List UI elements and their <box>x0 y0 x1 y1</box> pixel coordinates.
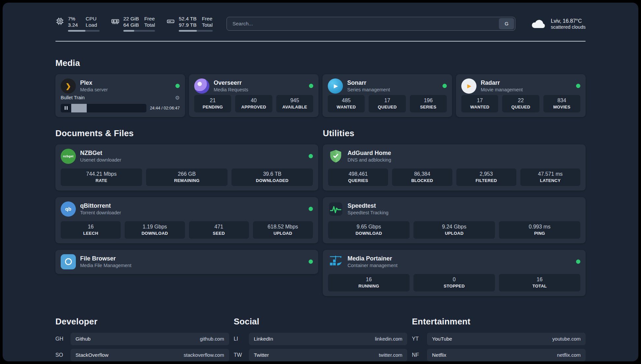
memory-progress-track <box>123 30 155 32</box>
bookmark-stackoverflow[interactable]: StackOverflow stackoverflow.com <box>71 349 229 361</box>
weather-widget: Lviv, 16.87°C scattered clouds <box>531 18 586 30</box>
disk-total-value: 97.9 TB <box>179 22 197 28</box>
app-card-adguard[interactable]: AdGuard Home DNS and adblocking 498,461 … <box>323 144 586 191</box>
cpu-widget: 7% CPU 3.24 Load <box>55 16 100 32</box>
app-name: Radarr <box>481 79 523 87</box>
nzbget-logo-text: nzbget <box>63 154 74 158</box>
memory-free-label: Free <box>144 16 155 22</box>
stat-remaining: 266 GB REMAINING <box>146 168 228 186</box>
app-name: Media Portainer <box>348 255 398 262</box>
stat-queued: 17 QUEUED <box>369 95 406 112</box>
bookmark-abbr: GH <box>55 336 71 342</box>
stat-queries: 498,461 QUERIES <box>328 168 388 186</box>
section-developer: Developer GH Github github.com SO StackO… <box>55 317 229 361</box>
stat-value: 9.24 Gbps <box>415 224 493 230</box>
bookmark-name: LinkedIn <box>254 336 273 342</box>
bookmark-name: Netflix <box>432 352 446 358</box>
app-card-speedtest[interactable]: Speedtest Speedtest Tracking 9.65 Gbps D… <box>323 197 586 243</box>
section-title-media: Media <box>55 58 586 68</box>
stat-series: 196 SERIES <box>410 95 447 112</box>
memory-icon <box>111 17 120 26</box>
stat-value: 39.6 TB <box>233 171 311 177</box>
stat-label: UPLOAD <box>255 231 311 236</box>
stat-label: QUERIES <box>330 178 386 183</box>
bookmark-twitter[interactable]: Twitter twitter.com <box>249 349 408 361</box>
sonarr-icon: ▶ <box>328 78 343 94</box>
stat-download: 1.19 Gbps DOWNLOAD <box>125 221 185 239</box>
play-glyph: ▶ <box>334 83 338 89</box>
bookmark-linkedin[interactable]: LinkedIn linkedin.com <box>249 333 408 345</box>
stat-blocked: 86,384 BLOCKED <box>392 168 452 186</box>
bookmark-youtube[interactable]: YouTube youtube.com <box>427 333 586 345</box>
app-name: Overseerr <box>214 79 248 87</box>
stat-label: MOVIES <box>545 105 578 109</box>
app-card-qbittorrent[interactable]: qb qBittorrent Torrent downloader 16 <box>55 197 318 243</box>
bookmark-abbr: TW <box>234 352 249 358</box>
adguard-shield-icon <box>328 149 343 164</box>
disk-progress-fill <box>179 30 197 32</box>
bookmark-row: YT YouTube youtube.com <box>412 333 586 345</box>
stat-label: TOTAL <box>501 284 578 288</box>
stat-label: AVAILABLE <box>278 105 311 109</box>
bookmark-url: youtube.com <box>552 336 581 342</box>
status-online-dot <box>576 84 580 88</box>
stat-rate: 744.21 Mbps RATE <box>61 168 142 186</box>
stat-value: 2,953 <box>458 171 514 177</box>
bookmark-github[interactable]: Github github.com <box>71 333 229 345</box>
app-card-overseerr[interactable]: Overseerr Media Requests 21 PENDING 40 A… <box>189 74 319 117</box>
app-name: Sonarr <box>347 79 390 87</box>
stat-label: PING <box>501 231 578 236</box>
app-card-filebrowser[interactable]: File Browser Media File Management <box>55 250 318 274</box>
portainer-crane-icon <box>328 254 343 269</box>
app-card-plex[interactable]: ❯ Plex Media server Bullet Train ⚙ <box>55 74 185 117</box>
stat-value: 485 <box>330 98 363 104</box>
stat-label: APPROVED <box>237 105 270 109</box>
stat-value: 16 <box>501 277 578 283</box>
seek-bar[interactable] <box>61 104 146 112</box>
cloud-icon <box>531 18 546 29</box>
stat-value: 471 <box>191 224 247 230</box>
section-title-social: Social <box>234 317 408 327</box>
disk-widget: 52.4 TB Free 97.9 TB Total <box>166 16 213 32</box>
bookmark-row: NF Netflix netflix.com <box>412 349 586 361</box>
app-subtitle: Container management <box>348 263 398 268</box>
stat-value: 1.19 Gbps <box>127 224 183 230</box>
stat-label: QUEUED <box>371 105 404 109</box>
nzbget-icon: nzbget <box>61 149 76 164</box>
bookmark-row: LI LinkedIn linkedin.com <box>234 333 408 345</box>
memory-progress-fill <box>123 30 134 32</box>
cpu-load-value: 3.24 <box>68 22 80 28</box>
stat-value: 0 <box>415 277 493 283</box>
app-card-sonarr[interactable]: ▶ Sonarr Series management 485 WANTED <box>322 74 452 117</box>
app-subtitle: Media Requests <box>214 87 248 92</box>
qbittorrent-icon: qb <box>61 201 76 217</box>
app-card-nzbget[interactable]: nzbget NZBGet Usenet downloader 744.21 M… <box>55 144 318 191</box>
memory-total-value: 64 GiB <box>123 22 139 28</box>
app-card-radarr[interactable]: ▶ Radarr Movie management 17 WANTED <box>456 74 586 117</box>
section-title-developer: Developer <box>55 317 229 327</box>
app-subtitle: Torrent downloader <box>80 210 121 215</box>
weather-condition: scattered clouds <box>551 24 586 30</box>
settings-gear-icon[interactable]: ⚙ <box>175 95 180 101</box>
stat-value: 0.993 ms <box>501 224 578 230</box>
cpu-label: CPU <box>86 16 100 22</box>
stat-latency: 47.571 ms LATENCY <box>520 168 580 186</box>
bookmark-row: GH Github github.com <box>55 333 229 345</box>
stat-label: LEECH <box>63 231 119 236</box>
bookmark-name: Github <box>76 336 91 342</box>
app-subtitle: Media server <box>80 87 108 92</box>
search-input[interactable] <box>228 21 499 27</box>
plex-chevron-glyph: ❯ <box>66 82 71 90</box>
stat-running: 16 RUNNING <box>328 274 410 291</box>
bookmark-netflix[interactable]: Netflix netflix.com <box>427 349 586 361</box>
pause-button[interactable] <box>61 104 71 112</box>
search-engine-button[interactable]: G <box>499 18 514 29</box>
stat-label: RATE <box>63 178 140 183</box>
stat-wanted: 485 WANTED <box>328 95 365 112</box>
play-glyph: ▶ <box>467 83 471 89</box>
cpu-load-label: Load <box>86 22 100 28</box>
app-card-portainer[interactable]: Media Portainer Container management 16 … <box>323 250 586 296</box>
stat-value: 498,461 <box>330 171 386 177</box>
bookmark-abbr: YT <box>412 336 427 342</box>
stat-label: RUNNING <box>330 284 408 288</box>
